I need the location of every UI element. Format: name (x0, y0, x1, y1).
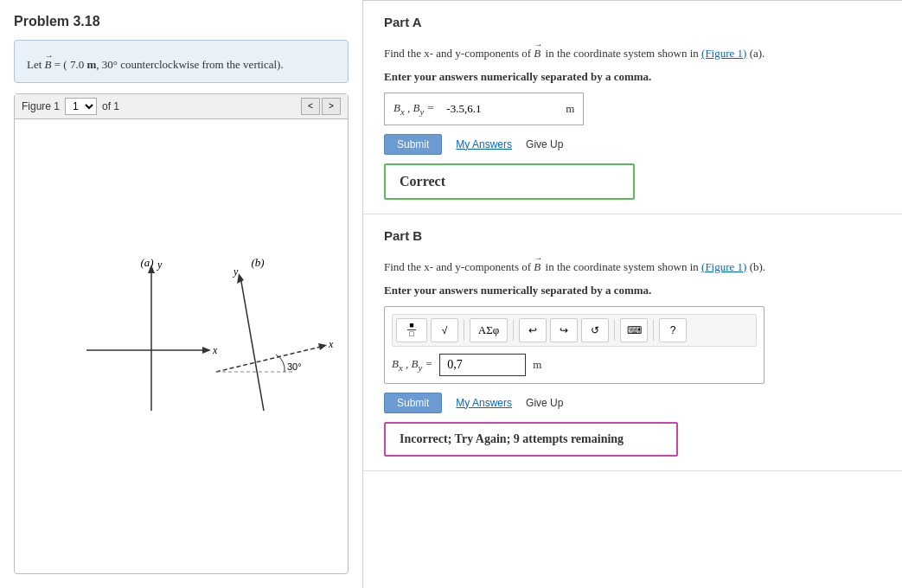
part-b-give-up[interactable]: Give Up (526, 397, 563, 409)
part-a-section: Part A Find the x- and y-components of →… (363, 1, 902, 214)
svg-text:y: y (157, 259, 163, 271)
part-b-instruction: Enter your answers numerically separated… (384, 284, 881, 297)
part-a-my-answers-link[interactable]: My Answers (456, 138, 512, 150)
toolbar-redo-btn[interactable]: ↪ (550, 318, 578, 342)
toolbar-keyboard-btn[interactable]: ⌨ (620, 318, 648, 342)
figure-container: Figure 1 1 of 1 < > (a) (14, 93, 349, 575)
part-a-result-banner: Correct (384, 163, 635, 200)
part-b-unit: m (533, 358, 541, 372)
part-b-button-row: Submit My Answers Give Up (384, 393, 881, 413)
part-b-answer-input[interactable] (439, 354, 526, 376)
toolbar-sqrt-btn[interactable]: √ (431, 318, 458, 342)
svg-text:(b): (b) (251, 256, 264, 269)
part-b-submit-btn[interactable]: Submit (384, 393, 442, 413)
figure-body: (a) y x (b) (15, 119, 348, 574)
toolbar-sep2 (513, 320, 514, 341)
part-a-q-end: (a). (750, 47, 765, 60)
problem-description: Let →B = ( 7.0 m, 30° counterclockwise f… (14, 40, 349, 83)
svg-line-8 (240, 277, 264, 411)
figure-diagram: (a) y x (b) (26, 251, 337, 441)
part-b-result-banner: Incorrect; Try Again; 9 attempts remaini… (384, 422, 678, 457)
svg-line-9 (216, 346, 324, 372)
part-b-q-suffix: in the coordinate system shown in (546, 260, 702, 273)
part-a-answer-row: Bx , By = m (384, 93, 881, 125)
figure-nav: < > (301, 98, 341, 115)
figure-header: Figure 1 1 of 1 < > (15, 94, 348, 119)
figure-label: Figure 1 (22, 100, 60, 112)
toolbar-help-btn[interactable]: ? (659, 318, 687, 342)
part-b-q-end: (b). (750, 260, 765, 273)
part-b-title: Part B (384, 228, 881, 243)
toolbar-reset-btn[interactable]: ↺ (581, 318, 609, 342)
toolbar-undo-btn[interactable]: ↩ (519, 318, 547, 342)
figure-prev-btn[interactable]: < (301, 98, 320, 115)
part-b-section: Part B Find the x- and y-components of →… (363, 214, 902, 471)
left-panel: Problem 3.18 Let →B = ( 7.0 m, 30° count… (0, 0, 363, 588)
toolbar-sep3 (614, 320, 615, 341)
description-text: Let →B = ( 7.0 m, 30° counterclockwise f… (27, 58, 284, 71)
part-b-answer-label: Bx , By = (392, 357, 432, 373)
frac-icon: ■ □ (407, 322, 415, 338)
toolbar-sep1 (464, 320, 464, 341)
toolbar-sep4 (653, 320, 654, 341)
part-b-my-answers-link[interactable]: My Answers (456, 397, 512, 409)
part-a-answer-input[interactable] (439, 99, 560, 119)
figure-next-btn[interactable]: > (322, 98, 341, 115)
part-a-title: Part A (384, 15, 881, 29)
part-b-q-prefix: Find the x- and y-components of (384, 260, 534, 273)
problem-title: Problem 3.18 (14, 14, 349, 29)
math-editor-box: ■ □ √ ΑΣφ ↩ ↪ ↺ ⌨ (384, 306, 764, 384)
part-a-button-row: Submit My Answers Give Up (384, 134, 881, 155)
part-a-q-suffix: in the coordinate system shown in (546, 47, 702, 60)
part-b-input-row: Bx , By = m (392, 354, 757, 376)
part-a-instruction: Enter your answers numerically separated… (384, 70, 881, 84)
toolbar-frac-btn[interactable]: ■ □ (396, 318, 427, 342)
part-a-answer-box: Bx , By = m (384, 93, 584, 125)
part-a-q-prefix: Find the x- and y-components of (384, 47, 534, 60)
svg-text:x: x (328, 338, 334, 350)
svg-text:y: y (233, 265, 239, 278)
svg-marker-12 (318, 343, 327, 350)
part-a-unit: m (566, 102, 574, 116)
figure-of-label: of 1 (102, 100, 119, 112)
part-a-figure-link[interactable]: (Figure 1) (701, 47, 746, 60)
math-toolbar: ■ □ √ ΑΣφ ↩ ↪ ↺ ⌨ (392, 314, 757, 347)
figure-header-left: Figure 1 1 of 1 (22, 98, 119, 115)
part-b-question: Find the x- and y-components of →B in th… (384, 252, 881, 277)
svg-text:30°: 30° (287, 361, 302, 372)
svg-text:x: x (212, 344, 218, 356)
part-a-give-up[interactable]: Give Up (526, 138, 563, 150)
part-b-figure-link[interactable]: (Figure 1) (701, 260, 746, 273)
toolbar-alpha-btn[interactable]: ΑΣφ (470, 318, 508, 342)
part-a-question: Find the x- and y-components of →B in th… (384, 38, 881, 63)
figure-select[interactable]: 1 (65, 98, 97, 115)
svg-marker-4 (202, 347, 211, 354)
part-a-submit-btn[interactable]: Submit (384, 134, 442, 155)
part-a-answer-label: Bx , By = (393, 101, 434, 117)
right-panel: Part A Find the x- and y-components of →… (363, 0, 902, 588)
